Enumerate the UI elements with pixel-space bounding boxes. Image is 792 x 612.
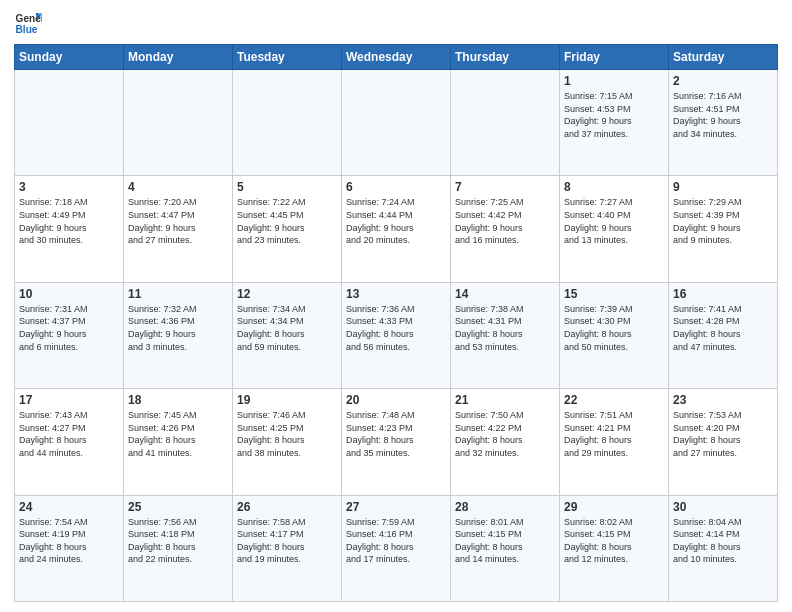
day-cell: 22Sunrise: 7:51 AM Sunset: 4:21 PM Dayli… xyxy=(560,389,669,495)
day-info: Sunrise: 7:32 AM Sunset: 4:36 PM Dayligh… xyxy=(128,303,228,353)
day-number: 8 xyxy=(564,180,664,194)
logo: General Blue xyxy=(14,10,46,38)
day-cell: 20Sunrise: 7:48 AM Sunset: 4:23 PM Dayli… xyxy=(342,389,451,495)
day-info: Sunrise: 7:58 AM Sunset: 4:17 PM Dayligh… xyxy=(237,516,337,566)
page-header: General Blue xyxy=(14,10,778,38)
day-number: 11 xyxy=(128,287,228,301)
day-cell xyxy=(124,70,233,176)
day-info: Sunrise: 7:31 AM Sunset: 4:37 PM Dayligh… xyxy=(19,303,119,353)
day-info: Sunrise: 7:24 AM Sunset: 4:44 PM Dayligh… xyxy=(346,196,446,246)
day-cell: 29Sunrise: 8:02 AM Sunset: 4:15 PM Dayli… xyxy=(560,495,669,601)
day-cell: 14Sunrise: 7:38 AM Sunset: 4:31 PM Dayli… xyxy=(451,282,560,388)
day-info: Sunrise: 7:51 AM Sunset: 4:21 PM Dayligh… xyxy=(564,409,664,459)
day-info: Sunrise: 7:22 AM Sunset: 4:45 PM Dayligh… xyxy=(237,196,337,246)
day-number: 27 xyxy=(346,500,446,514)
week-row-2: 10Sunrise: 7:31 AM Sunset: 4:37 PM Dayli… xyxy=(15,282,778,388)
day-cell: 19Sunrise: 7:46 AM Sunset: 4:25 PM Dayli… xyxy=(233,389,342,495)
calendar-table: SundayMondayTuesdayWednesdayThursdayFrid… xyxy=(14,44,778,602)
weekday-thursday: Thursday xyxy=(451,45,560,70)
day-info: Sunrise: 7:48 AM Sunset: 4:23 PM Dayligh… xyxy=(346,409,446,459)
day-info: Sunrise: 7:46 AM Sunset: 4:25 PM Dayligh… xyxy=(237,409,337,459)
day-info: Sunrise: 7:39 AM Sunset: 4:30 PM Dayligh… xyxy=(564,303,664,353)
day-cell: 27Sunrise: 7:59 AM Sunset: 4:16 PM Dayli… xyxy=(342,495,451,601)
day-number: 24 xyxy=(19,500,119,514)
day-cell: 18Sunrise: 7:45 AM Sunset: 4:26 PM Dayli… xyxy=(124,389,233,495)
day-info: Sunrise: 7:59 AM Sunset: 4:16 PM Dayligh… xyxy=(346,516,446,566)
day-info: Sunrise: 7:36 AM Sunset: 4:33 PM Dayligh… xyxy=(346,303,446,353)
weekday-tuesday: Tuesday xyxy=(233,45,342,70)
day-cell xyxy=(15,70,124,176)
day-cell: 7Sunrise: 7:25 AM Sunset: 4:42 PM Daylig… xyxy=(451,176,560,282)
day-info: Sunrise: 7:18 AM Sunset: 4:49 PM Dayligh… xyxy=(19,196,119,246)
day-number: 23 xyxy=(673,393,773,407)
day-info: Sunrise: 7:29 AM Sunset: 4:39 PM Dayligh… xyxy=(673,196,773,246)
day-info: Sunrise: 7:20 AM Sunset: 4:47 PM Dayligh… xyxy=(128,196,228,246)
day-number: 20 xyxy=(346,393,446,407)
day-cell: 1Sunrise: 7:15 AM Sunset: 4:53 PM Daylig… xyxy=(560,70,669,176)
day-cell xyxy=(233,70,342,176)
day-number: 22 xyxy=(564,393,664,407)
day-cell: 30Sunrise: 8:04 AM Sunset: 4:14 PM Dayli… xyxy=(669,495,778,601)
week-row-0: 1Sunrise: 7:15 AM Sunset: 4:53 PM Daylig… xyxy=(15,70,778,176)
weekday-wednesday: Wednesday xyxy=(342,45,451,70)
day-info: Sunrise: 7:56 AM Sunset: 4:18 PM Dayligh… xyxy=(128,516,228,566)
day-cell: 4Sunrise: 7:20 AM Sunset: 4:47 PM Daylig… xyxy=(124,176,233,282)
day-info: Sunrise: 7:16 AM Sunset: 4:51 PM Dayligh… xyxy=(673,90,773,140)
day-cell xyxy=(342,70,451,176)
day-info: Sunrise: 7:27 AM Sunset: 4:40 PM Dayligh… xyxy=(564,196,664,246)
day-cell: 11Sunrise: 7:32 AM Sunset: 4:36 PM Dayli… xyxy=(124,282,233,388)
day-cell: 24Sunrise: 7:54 AM Sunset: 4:19 PM Dayli… xyxy=(15,495,124,601)
day-number: 19 xyxy=(237,393,337,407)
day-number: 6 xyxy=(346,180,446,194)
day-cell: 23Sunrise: 7:53 AM Sunset: 4:20 PM Dayli… xyxy=(669,389,778,495)
week-row-4: 24Sunrise: 7:54 AM Sunset: 4:19 PM Dayli… xyxy=(15,495,778,601)
day-number: 26 xyxy=(237,500,337,514)
day-info: Sunrise: 7:43 AM Sunset: 4:27 PM Dayligh… xyxy=(19,409,119,459)
logo-icon: General Blue xyxy=(14,10,42,38)
week-row-3: 17Sunrise: 7:43 AM Sunset: 4:27 PM Dayli… xyxy=(15,389,778,495)
day-number: 1 xyxy=(564,74,664,88)
day-cell: 5Sunrise: 7:22 AM Sunset: 4:45 PM Daylig… xyxy=(233,176,342,282)
day-number: 13 xyxy=(346,287,446,301)
day-number: 10 xyxy=(19,287,119,301)
day-number: 12 xyxy=(237,287,337,301)
day-info: Sunrise: 7:38 AM Sunset: 4:31 PM Dayligh… xyxy=(455,303,555,353)
day-cell: 2Sunrise: 7:16 AM Sunset: 4:51 PM Daylig… xyxy=(669,70,778,176)
day-number: 25 xyxy=(128,500,228,514)
day-cell: 16Sunrise: 7:41 AM Sunset: 4:28 PM Dayli… xyxy=(669,282,778,388)
day-info: Sunrise: 7:54 AM Sunset: 4:19 PM Dayligh… xyxy=(19,516,119,566)
svg-text:Blue: Blue xyxy=(16,24,38,35)
day-info: Sunrise: 7:50 AM Sunset: 4:22 PM Dayligh… xyxy=(455,409,555,459)
day-cell: 15Sunrise: 7:39 AM Sunset: 4:30 PM Dayli… xyxy=(560,282,669,388)
weekday-header: SundayMondayTuesdayWednesdayThursdayFrid… xyxy=(15,45,778,70)
day-info: Sunrise: 7:53 AM Sunset: 4:20 PM Dayligh… xyxy=(673,409,773,459)
day-info: Sunrise: 8:01 AM Sunset: 4:15 PM Dayligh… xyxy=(455,516,555,566)
day-cell: 25Sunrise: 7:56 AM Sunset: 4:18 PM Dayli… xyxy=(124,495,233,601)
day-cell: 10Sunrise: 7:31 AM Sunset: 4:37 PM Dayli… xyxy=(15,282,124,388)
day-number: 14 xyxy=(455,287,555,301)
day-number: 7 xyxy=(455,180,555,194)
day-info: Sunrise: 7:41 AM Sunset: 4:28 PM Dayligh… xyxy=(673,303,773,353)
day-number: 4 xyxy=(128,180,228,194)
day-cell: 26Sunrise: 7:58 AM Sunset: 4:17 PM Dayli… xyxy=(233,495,342,601)
day-number: 5 xyxy=(237,180,337,194)
weekday-monday: Monday xyxy=(124,45,233,70)
day-cell: 13Sunrise: 7:36 AM Sunset: 4:33 PM Dayli… xyxy=(342,282,451,388)
weekday-sunday: Sunday xyxy=(15,45,124,70)
day-number: 21 xyxy=(455,393,555,407)
day-info: Sunrise: 8:02 AM Sunset: 4:15 PM Dayligh… xyxy=(564,516,664,566)
weekday-friday: Friday xyxy=(560,45,669,70)
day-number: 9 xyxy=(673,180,773,194)
day-number: 18 xyxy=(128,393,228,407)
day-number: 30 xyxy=(673,500,773,514)
day-info: Sunrise: 7:34 AM Sunset: 4:34 PM Dayligh… xyxy=(237,303,337,353)
day-number: 2 xyxy=(673,74,773,88)
day-number: 17 xyxy=(19,393,119,407)
day-cell: 28Sunrise: 8:01 AM Sunset: 4:15 PM Dayli… xyxy=(451,495,560,601)
day-cell: 12Sunrise: 7:34 AM Sunset: 4:34 PM Dayli… xyxy=(233,282,342,388)
day-cell xyxy=(451,70,560,176)
day-number: 16 xyxy=(673,287,773,301)
day-number: 3 xyxy=(19,180,119,194)
day-info: Sunrise: 7:25 AM Sunset: 4:42 PM Dayligh… xyxy=(455,196,555,246)
weekday-saturday: Saturday xyxy=(669,45,778,70)
